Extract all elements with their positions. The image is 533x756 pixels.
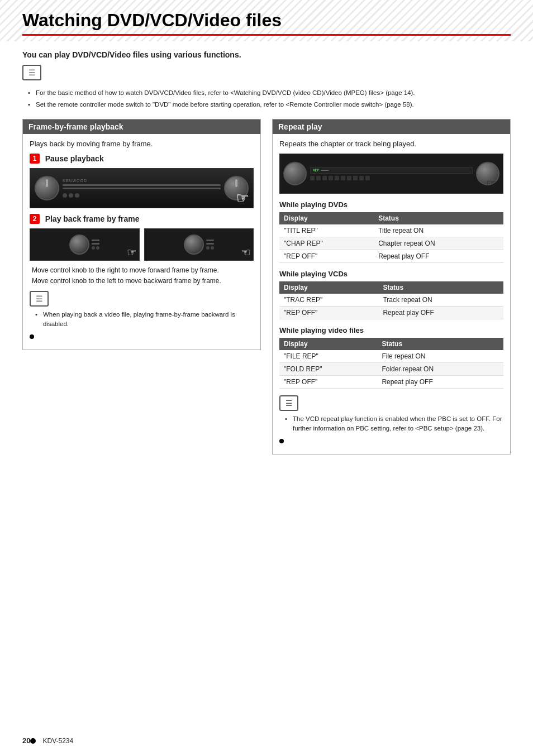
vcd-row-1-display: "TRAC REP" — [279, 294, 378, 307]
frame-note-text: When playing back a video file, playing … — [35, 310, 254, 329]
frame-section-body: Plays back by moving frame by frame. 1 P… — [23, 134, 260, 350]
dvd-subsection-title: While playing DVDs — [279, 200, 503, 209]
intro-note-1: For the basic method of how to watch DVD… — [28, 88, 511, 98]
vcd-table-header-row: Display Status — [279, 281, 503, 294]
video-row-3-status: Repeat play OFF — [377, 375, 503, 388]
repeat-btn-8 — [353, 176, 358, 180]
two-column-layout: Frame-by-frame playback Plays back by mo… — [22, 119, 511, 464]
unit-btn-3 — [75, 193, 79, 198]
repeat-section-box: Repeat play Repeats the chapter or track… — [272, 119, 511, 455]
hand-cursor-2b: ☞ — [241, 246, 251, 259]
dvd-table-header-row: Display Status — [279, 212, 503, 224]
dvd-row-1-status: Title repeat ON — [374, 224, 503, 237]
step2-btn-a — [92, 246, 95, 250]
page-footer: 20 KDV-5234 — [22, 736, 511, 745]
repeat-btn-3 — [322, 176, 327, 180]
unit-middle: KENWOOD — [63, 171, 221, 205]
video-col-display: Display — [279, 338, 377, 350]
frame-bullet-dot — [30, 334, 34, 339]
header-area: Watching DVD/VCD/Video files — [0, 0, 533, 41]
dvd-table-body: "TITL REP" Title repeat ON "CHAP REP" Ch… — [279, 224, 503, 263]
step2-btn-b — [96, 246, 99, 250]
unit-buttons — [63, 193, 221, 198]
dvd-table: Display Status "TITL REP" Title repeat O… — [279, 212, 503, 263]
kenwood-unit-1: KENWOOD — [30, 169, 253, 208]
intro-notes: For the basic method of how to watch DVD… — [22, 88, 511, 110]
repeat-note-text: The VCD repeat play function is enabled … — [285, 414, 503, 434]
repeat-note-icon: ☰ — [279, 395, 298, 411]
video-subsection-title: While playing video files — [279, 326, 503, 334]
vcd-row-1-status: Track repeat ON — [378, 294, 503, 307]
step2-right-btn-a — [206, 246, 210, 250]
vcd-row-1: "TRAC REP" Track repeat ON — [279, 294, 503, 307]
dvd-col-status: Status — [374, 212, 503, 224]
repeat-btn-6 — [341, 176, 345, 180]
step2-right-bar-2 — [206, 243, 214, 245]
video-table: Display Status "FILE REP" File repeat ON — [279, 338, 503, 389]
repeat-btn-1 — [310, 176, 315, 180]
step2-bar-1 — [92, 240, 99, 241]
dvd-col-display: Display — [279, 212, 374, 224]
dvd-row-3-status: Repeat play OFF — [374, 250, 503, 262]
step2-bar-2 — [92, 243, 99, 245]
vcd-col-display: Display — [279, 281, 378, 294]
left-knob — [35, 176, 59, 200]
page-title: Watching DVD/VCD/Video files — [22, 10, 511, 36]
step2-right-knob — [184, 235, 204, 255]
repeat-buttons — [310, 176, 473, 180]
step2-right-bar-1 — [206, 240, 214, 241]
repeat-btn-10 — [365, 176, 370, 180]
repeat-note-container: ☰ The VCD repeat play function is enable… — [279, 395, 503, 444]
page-number: 20 — [22, 736, 30, 745]
vcd-row-2: "REP OFF" Repeat play OFF — [279, 306, 503, 319]
content-area: You can play DVD/VCD/Video files using v… — [0, 41, 533, 475]
repeat-section-body: Repeats the chapter or track being playe… — [273, 134, 510, 454]
dvd-row-2: "CHAP REP" Chapter repeat ON — [279, 237, 503, 250]
repeat-device-image: REP ―――― — [279, 154, 503, 194]
repeat-display: REP ―――― — [310, 167, 473, 174]
unit-bar-2 — [63, 188, 221, 189]
frame-section-header: Frame-by-frame playback — [23, 119, 260, 134]
frame-section-box: Frame-by-frame playback Plays back by mo… — [22, 119, 261, 351]
step2-header: 2 Play back frame by frame — [30, 214, 254, 224]
repeat-unit-middle: REP ―――― — [310, 167, 473, 180]
move-forward: Move control knob to the right to move f… — [32, 265, 254, 276]
footer-circle — [30, 738, 36, 744]
hand-cursor-2a: ☞ — [127, 246, 137, 259]
vcd-subsection-title: While playing VCDs — [279, 270, 503, 278]
video-row-1-display: "FILE REP" — [279, 350, 377, 363]
repeat-note-list: The VCD repeat play function is enabled … — [279, 414, 503, 434]
vcd-row-2-display: "REP OFF" — [279, 306, 378, 319]
unit-btn-1 — [63, 193, 67, 198]
dvd-row-1-display: "TITL REP" — [279, 224, 374, 237]
left-column: Frame-by-frame playback Plays back by mo… — [22, 119, 261, 464]
step2-left-unit — [92, 240, 99, 250]
step2-right-unit — [206, 240, 214, 250]
intro-text: You can play DVD/VCD/Video files using v… — [22, 50, 511, 59]
step2-device-right: ☞ — [144, 228, 254, 261]
step2-right-btns — [206, 246, 214, 250]
step1-device-image: KENWOOD — [30, 168, 254, 208]
vcd-table: Display Status "TRAC REP" Track repeat O… — [279, 281, 503, 319]
hand-cursor-repeat: ☞ — [486, 176, 498, 192]
dvd-row-1: "TITL REP" Title repeat ON — [279, 224, 503, 237]
repeat-btn-2 — [316, 176, 321, 180]
video-row-1-status: File repeat ON — [377, 350, 503, 363]
page: Watching DVD/VCD/Video files You can pla… — [0, 0, 533, 756]
note-icon-container: ☰ — [22, 65, 511, 84]
step1-header: 1 Pause playback — [30, 154, 254, 164]
repeat-display-text: REP ―――― — [313, 168, 329, 172]
frame-note-list: When playing back a video file, playing … — [30, 310, 254, 329]
step1-title: Pause playback — [45, 154, 104, 163]
right-column: Repeat play Repeats the chapter or track… — [272, 119, 511, 464]
step2-title: Play back frame by frame — [45, 214, 140, 223]
video-table-header-row: Display Status — [279, 338, 503, 350]
frame-note-container: ☰ When playing back a video file, playin… — [30, 291, 254, 340]
repeat-intro: Repeats the chapter or track being playe… — [279, 140, 503, 148]
repeat-btn-5 — [335, 176, 339, 180]
video-row-3-display: "REP OFF" — [279, 375, 377, 388]
intro-note-2: Set the remote controller mode switch to… — [28, 100, 511, 109]
hand-cursor-1: ☞ — [236, 189, 249, 207]
repeat-left-knob — [283, 162, 307, 185]
unit-bar-1 — [63, 184, 221, 186]
